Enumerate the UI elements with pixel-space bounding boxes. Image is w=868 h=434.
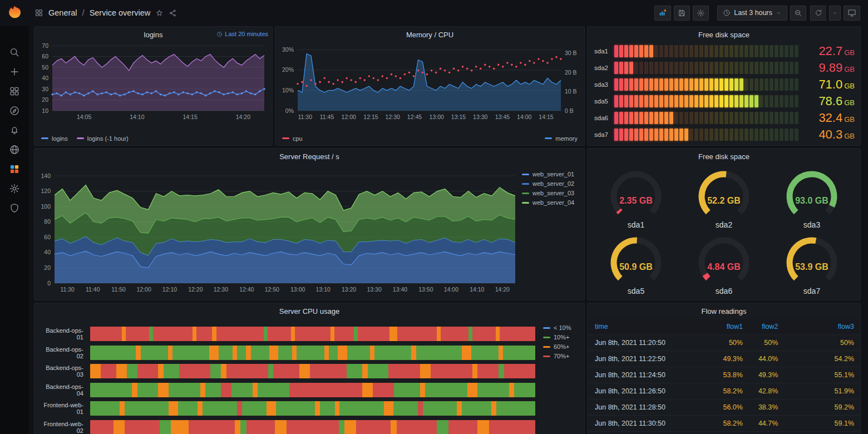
sidebar-item-dashboards[interactable] (0, 81, 29, 101)
legend-item[interactable]: 10%+ (543, 334, 569, 341)
refresh-button[interactable] (810, 6, 826, 21)
gear-icon (697, 9, 705, 17)
led-cell (734, 129, 738, 141)
chart-canvas[interactable]: 1020304050607014:0514:1014:1514:20 (37, 42, 269, 122)
sidebar-item-search[interactable] (0, 42, 29, 62)
cycle-view-mode-button[interactable] (844, 6, 860, 21)
sidebar-item-create[interactable] (0, 62, 29, 81)
led-cell (694, 112, 698, 124)
disk-led-bar (614, 129, 800, 141)
led-cell (679, 45, 683, 57)
legend-item[interactable]: logins (41, 135, 68, 142)
led-cell (674, 129, 678, 141)
legend-item[interactable]: web_server_01 (522, 171, 574, 177)
cell-value: 50% (748, 335, 783, 351)
sidebar-item-configuration[interactable] (0, 179, 29, 198)
cell-time: Jun 8th, 2021 11:30:50 (588, 416, 708, 432)
legend-item[interactable]: web_server_02 (522, 180, 574, 187)
cpu-row-bar[interactable] (90, 364, 535, 378)
add-panel-button[interactable] (654, 6, 671, 21)
panel-time-override[interactable]: Last 20 minutes (216, 31, 268, 37)
led-cell (795, 95, 798, 107)
legend-item[interactable]: 60%+ (543, 343, 569, 350)
share-icon[interactable] (169, 9, 177, 17)
breadcrumb-section[interactable]: General (48, 8, 77, 17)
led-cell (634, 45, 638, 57)
led-cell (704, 78, 708, 91)
refresh-interval-button[interactable] (829, 6, 841, 21)
led-cell (775, 78, 778, 91)
cpu-segment (90, 383, 132, 397)
panel-server-requests-header[interactable]: Server Request / s (34, 149, 584, 164)
cpu-row-bar[interactable] (90, 420, 535, 434)
svg-text:53.9 GB: 53.9 GB (795, 262, 828, 272)
led-cell (749, 45, 753, 57)
legend-item[interactable]: 70%+ (543, 353, 569, 359)
led-cell (649, 78, 653, 91)
column-header-flow3[interactable]: flow3 (783, 319, 860, 335)
legend-item[interactable]: memory (545, 135, 578, 142)
legend-item[interactable]: logins (-1 hour) (77, 135, 129, 142)
panel-memory-cpu: Memory / CPU 0%10%20%30%0 B10 B20 B30 B1… (275, 26, 585, 146)
svg-text:11:30: 11:30 (298, 114, 312, 120)
sidebar-item-plugins[interactable] (0, 159, 29, 179)
cpu-row-bar[interactable] (90, 346, 535, 360)
led-cell (780, 129, 783, 141)
column-header-flow2[interactable]: flow2 (748, 319, 783, 335)
cpu-usage-rows[interactable]: Backend-ops-01Backend-ops-02Backend-ops-… (39, 327, 535, 434)
sidebar-item-server-admin[interactable] (0, 198, 29, 218)
panel-free-disk-bars-header[interactable]: Free disk space (588, 27, 860, 42)
cpu-segment (267, 401, 277, 416)
chart-canvas[interactable]: 0%10%20%30%0 B10 B20 B30 B11:3011:4512:0… (278, 42, 582, 122)
sidebar-item-explore[interactable] (0, 101, 29, 120)
led-cell (634, 129, 638, 141)
grafana-logo[interactable] (0, 0, 29, 26)
legend-item[interactable]: cpu (282, 135, 303, 142)
logins-chart[interactable]: 1020304050607014:0514:1014:1514:20 (37, 42, 269, 122)
cpu-row-bar[interactable] (90, 327, 535, 341)
cell-value: 54.2% (783, 351, 860, 367)
panel-memory-cpu-header[interactable]: Memory / CPU (275, 27, 584, 42)
zoom-out-button[interactable] (790, 6, 806, 21)
led-cell (739, 62, 743, 74)
led-cell (724, 95, 728, 107)
chart-canvas[interactable]: 02040608010012014011:3011:4011:5012:0012… (37, 164, 520, 297)
svg-text:13:40: 13:40 (393, 286, 407, 293)
cpu-segment (457, 401, 462, 416)
cpu-row-bar[interactable] (90, 401, 535, 416)
legend-item[interactable]: web_server_03 (522, 190, 574, 196)
cell-value: 58.4% (783, 432, 860, 434)
sidebar-item-live[interactable] (0, 140, 29, 159)
column-header-flow1[interactable]: flow1 (708, 319, 748, 335)
panel-flow-readings-header[interactable]: Flow readings (588, 303, 860, 319)
cpu-row-bar[interactable] (90, 383, 535, 397)
cpu-segment (477, 364, 499, 378)
memory-cpu-chart[interactable]: 0%10%20%30%0 B10 B20 B30 B11:3011:4512:0… (278, 42, 582, 122)
apps-icon (9, 86, 20, 97)
cpu-segment (448, 420, 477, 434)
led-cell (709, 78, 713, 91)
led-cell (684, 78, 688, 91)
sidebar-item-alerting[interactable] (0, 120, 29, 140)
led-cell (699, 62, 703, 74)
svg-text:40: 40 (44, 249, 51, 255)
save-dashboard-button[interactable] (674, 6, 690, 21)
server-requests-chart[interactable]: 02040608010012014011:3011:4011:5012:0012… (37, 164, 520, 297)
panel-server-cpu-usage-header[interactable]: Server CPU usage (34, 303, 584, 319)
led-cell (649, 112, 653, 124)
panel-server-requests: Server Request / s 02040608010012014011:… (34, 148, 585, 300)
panel-free-disk-gauges-header[interactable]: Free disk space (588, 149, 860, 164)
breadcrumb-page[interactable]: Service overview (90, 8, 151, 17)
svg-text:13:45: 13:45 (495, 114, 510, 120)
favorite-star-icon[interactable] (155, 9, 164, 17)
dashboard-settings-button[interactable] (693, 6, 709, 21)
led-cell (739, 78, 743, 91)
time-range-picker[interactable]: Last 3 hours (717, 6, 787, 21)
column-header-time[interactable]: time (588, 319, 708, 335)
panel-logins-header[interactable]: logins Last 20 minutes (34, 27, 272, 42)
cpu-segment (503, 346, 535, 360)
legend-item[interactable]: < 10% (543, 324, 571, 331)
led-cell (624, 62, 628, 74)
legend-item[interactable]: web_server_04 (522, 199, 574, 206)
cpu-segment (347, 346, 370, 360)
